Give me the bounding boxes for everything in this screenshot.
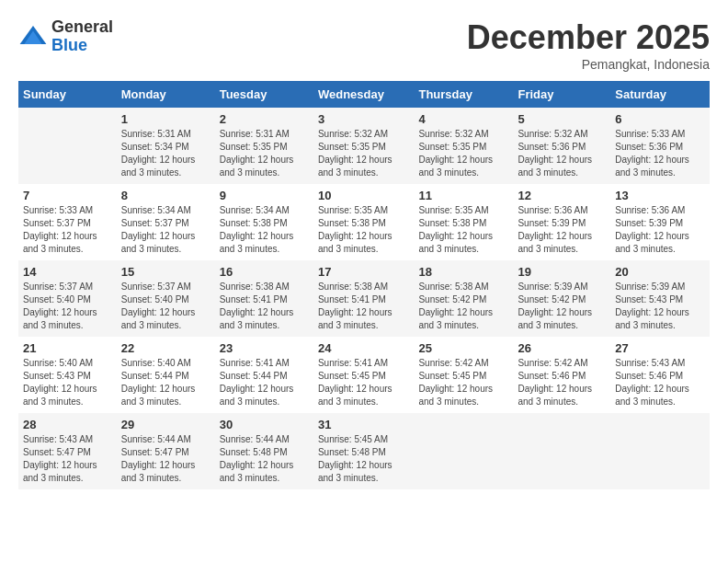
calendar-cell: 21Sunrise: 5:40 AM Sunset: 5:43 PM Dayli… <box>18 337 117 413</box>
day-number: 11 <box>418 189 508 202</box>
location: Pemangkat, Indonesia <box>467 57 710 72</box>
day-number: 2 <box>220 112 309 126</box>
day-info: Sunrise: 5:35 AM Sunset: 5:38 PM Dayligh… <box>418 204 508 256</box>
day-info: Sunrise: 5:38 AM Sunset: 5:42 PM Dayligh… <box>418 281 508 332</box>
calendar-cell: 10Sunrise: 5:35 AM Sunset: 5:38 PM Dayli… <box>313 184 415 260</box>
day-info: Sunrise: 5:32 AM Sunset: 5:35 PM Dayligh… <box>418 128 508 179</box>
day-number: 18 <box>418 265 508 279</box>
calendar-cell: 17Sunrise: 5:38 AM Sunset: 5:41 PM Dayli… <box>313 260 415 337</box>
day-info: Sunrise: 5:37 AM Sunset: 5:40 PM Dayligh… <box>23 281 112 332</box>
calendar-cell: 19Sunrise: 5:39 AM Sunset: 5:42 PM Dayli… <box>513 260 610 337</box>
day-number: 21 <box>23 341 112 355</box>
day-info: Sunrise: 5:32 AM Sunset: 5:35 PM Dayligh… <box>318 128 410 179</box>
logo-text: General Blue <box>51 18 113 55</box>
day-number: 23 <box>220 341 309 355</box>
calendar-row: 28Sunrise: 5:43 AM Sunset: 5:47 PM Dayli… <box>18 413 710 489</box>
calendar-table: SundayMondayTuesdayWednesdayThursdayFrid… <box>18 81 710 489</box>
calendar-cell: 3Sunrise: 5:32 AM Sunset: 5:35 PM Daylig… <box>313 108 415 184</box>
header-day: Wednesday <box>313 81 415 108</box>
day-number: 1 <box>121 112 210 126</box>
day-info: Sunrise: 5:33 AM Sunset: 5:37 PM Dayligh… <box>23 204 112 256</box>
calendar-cell: 4Sunrise: 5:32 AM Sunset: 5:35 PM Daylig… <box>414 108 513 184</box>
page-header: General Blue December 2025 Pemangkat, In… <box>18 18 710 72</box>
logo-icon <box>18 22 48 52</box>
title-section: December 2025 Pemangkat, Indonesia <box>467 18 710 72</box>
calendar-cell: 8Sunrise: 5:34 AM Sunset: 5:37 PM Daylig… <box>117 184 215 260</box>
calendar-header: SundayMondayTuesdayWednesdayThursdayFrid… <box>18 81 710 108</box>
day-info: Sunrise: 5:35 AM Sunset: 5:38 PM Dayligh… <box>318 204 410 256</box>
calendar-cell: 25Sunrise: 5:42 AM Sunset: 5:45 PM Dayli… <box>414 337 513 413</box>
header-day: Thursday <box>414 81 513 108</box>
calendar-cell: 23Sunrise: 5:41 AM Sunset: 5:44 PM Dayli… <box>215 337 313 413</box>
day-number: 17 <box>318 265 410 279</box>
calendar-cell: 6Sunrise: 5:33 AM Sunset: 5:36 PM Daylig… <box>610 108 710 184</box>
calendar-cell <box>18 108 117 184</box>
day-number: 25 <box>418 341 508 355</box>
calendar-cell: 24Sunrise: 5:41 AM Sunset: 5:45 PM Dayli… <box>313 337 415 413</box>
day-info: Sunrise: 5:44 AM Sunset: 5:48 PM Dayligh… <box>220 433 309 485</box>
header-day: Tuesday <box>215 81 313 108</box>
header-day: Saturday <box>610 81 710 108</box>
day-number: 12 <box>518 189 606 202</box>
calendar-cell: 26Sunrise: 5:42 AM Sunset: 5:46 PM Dayli… <box>513 337 610 413</box>
day-info: Sunrise: 5:31 AM Sunset: 5:34 PM Dayligh… <box>121 128 210 179</box>
logo-blue: Blue <box>51 37 113 55</box>
calendar-row: 1Sunrise: 5:31 AM Sunset: 5:34 PM Daylig… <box>18 108 710 184</box>
calendar-cell: 28Sunrise: 5:43 AM Sunset: 5:47 PM Dayli… <box>18 413 117 489</box>
day-info: Sunrise: 5:41 AM Sunset: 5:45 PM Dayligh… <box>318 357 410 408</box>
calendar-cell: 13Sunrise: 5:36 AM Sunset: 5:39 PM Dayli… <box>610 184 710 260</box>
day-info: Sunrise: 5:43 AM Sunset: 5:46 PM Dayligh… <box>615 357 705 408</box>
day-info: Sunrise: 5:33 AM Sunset: 5:36 PM Dayligh… <box>615 128 705 179</box>
day-number: 22 <box>121 341 210 355</box>
day-number: 27 <box>615 341 705 355</box>
logo: General Blue <box>18 18 113 55</box>
day-number: 3 <box>318 112 410 126</box>
day-number: 6 <box>615 112 705 126</box>
day-info: Sunrise: 5:40 AM Sunset: 5:44 PM Dayligh… <box>121 357 210 408</box>
calendar-cell: 31Sunrise: 5:45 AM Sunset: 5:48 PM Dayli… <box>313 413 415 489</box>
day-number: 26 <box>518 341 606 355</box>
day-number: 4 <box>418 112 508 126</box>
day-number: 24 <box>318 341 410 355</box>
calendar-cell: 20Sunrise: 5:39 AM Sunset: 5:43 PM Dayli… <box>610 260 710 337</box>
day-info: Sunrise: 5:37 AM Sunset: 5:40 PM Dayligh… <box>121 281 210 332</box>
calendar-cell <box>610 413 710 489</box>
calendar-row: 21Sunrise: 5:40 AM Sunset: 5:43 PM Dayli… <box>18 337 710 413</box>
day-info: Sunrise: 5:31 AM Sunset: 5:35 PM Dayligh… <box>220 128 309 179</box>
header-day: Friday <box>513 81 610 108</box>
calendar-cell: 16Sunrise: 5:38 AM Sunset: 5:41 PM Dayli… <box>215 260 313 337</box>
calendar-cell: 2Sunrise: 5:31 AM Sunset: 5:35 PM Daylig… <box>215 108 313 184</box>
day-info: Sunrise: 5:36 AM Sunset: 5:39 PM Dayligh… <box>615 204 705 256</box>
calendar-cell: 27Sunrise: 5:43 AM Sunset: 5:46 PM Dayli… <box>610 337 710 413</box>
day-info: Sunrise: 5:42 AM Sunset: 5:45 PM Dayligh… <box>418 357 508 408</box>
calendar-row: 14Sunrise: 5:37 AM Sunset: 5:40 PM Dayli… <box>18 260 710 337</box>
day-info: Sunrise: 5:44 AM Sunset: 5:47 PM Dayligh… <box>121 433 210 485</box>
day-info: Sunrise: 5:38 AM Sunset: 5:41 PM Dayligh… <box>318 281 410 332</box>
day-info: Sunrise: 5:42 AM Sunset: 5:46 PM Dayligh… <box>518 357 606 408</box>
day-number: 8 <box>121 189 210 202</box>
calendar-cell: 1Sunrise: 5:31 AM Sunset: 5:34 PM Daylig… <box>117 108 215 184</box>
calendar-cell: 5Sunrise: 5:32 AM Sunset: 5:36 PM Daylig… <box>513 108 610 184</box>
day-number: 13 <box>615 189 705 202</box>
calendar-cell: 29Sunrise: 5:44 AM Sunset: 5:47 PM Dayli… <box>117 413 215 489</box>
day-number: 20 <box>615 265 705 279</box>
day-number: 5 <box>518 112 606 126</box>
calendar-cell: 15Sunrise: 5:37 AM Sunset: 5:40 PM Dayli… <box>117 260 215 337</box>
day-number: 9 <box>220 189 309 202</box>
day-number: 28 <box>23 418 112 431</box>
calendar-cell: 9Sunrise: 5:34 AM Sunset: 5:38 PM Daylig… <box>215 184 313 260</box>
day-info: Sunrise: 5:32 AM Sunset: 5:36 PM Dayligh… <box>518 128 606 179</box>
day-number: 10 <box>318 189 410 202</box>
day-info: Sunrise: 5:39 AM Sunset: 5:43 PM Dayligh… <box>615 281 705 332</box>
day-number: 7 <box>23 189 112 202</box>
calendar-cell <box>414 413 513 489</box>
calendar-row: 7Sunrise: 5:33 AM Sunset: 5:37 PM Daylig… <box>18 184 710 260</box>
day-number: 14 <box>23 265 112 279</box>
header-day: Sunday <box>18 81 117 108</box>
calendar-cell: 22Sunrise: 5:40 AM Sunset: 5:44 PM Dayli… <box>117 337 215 413</box>
month-title: December 2025 <box>467 18 710 57</box>
day-number: 19 <box>518 265 606 279</box>
day-number: 31 <box>318 418 410 431</box>
day-number: 15 <box>121 265 210 279</box>
day-info: Sunrise: 5:43 AM Sunset: 5:47 PM Dayligh… <box>23 433 112 485</box>
